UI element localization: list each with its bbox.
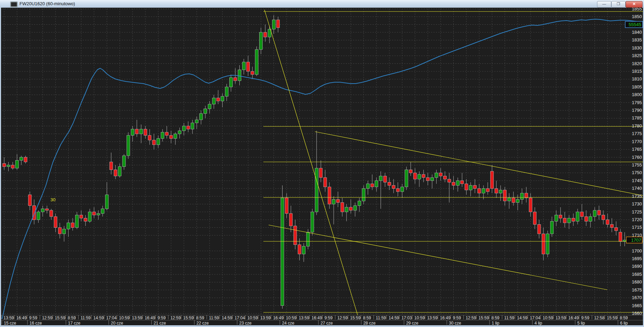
candle-down (169, 135, 173, 139)
time-axis-label: 10:59 (119, 316, 129, 320)
candle-down (597, 210, 601, 215)
candle-down (439, 173, 442, 176)
title-bar[interactable]: FW20U1620 (60-minutowo) — ❐ ✕ (0, 0, 644, 8)
candle-down (58, 227, 61, 234)
steep-downtrend-line[interactable] (264, 10, 358, 315)
time-axis-label: 8:59 (620, 316, 628, 320)
candle-down (409, 170, 412, 173)
date-axis-label: 22 cze (197, 321, 209, 325)
candle-up (97, 213, 100, 215)
candle-down (614, 227, 618, 231)
price-tick-label: 1740 (632, 186, 642, 191)
close-button[interactable]: ✕ (626, 1, 643, 8)
candle-down (495, 188, 498, 193)
time-axis-label: 17:03 (401, 316, 412, 320)
candle-down (413, 173, 416, 179)
candle-down (392, 185, 395, 188)
candle-up (366, 184, 369, 188)
time-axis-label: 14:59 (389, 316, 399, 320)
candle-up (101, 209, 104, 213)
candle-up (260, 32, 263, 49)
candle-down (572, 218, 575, 221)
candle-up (520, 193, 524, 200)
price-tick-label: 1720 (632, 217, 642, 222)
candle-down (114, 170, 117, 176)
candle-up (593, 210, 596, 217)
price-tick-label: 1830 (632, 45, 642, 50)
candle-down (474, 185, 477, 188)
price-tick-label: 1835 (632, 37, 642, 42)
candle-up (118, 166, 121, 176)
candle-down (54, 217, 57, 227)
price-chart-canvas[interactable]: 3018551850184018351830182518201815181018… (0, 8, 644, 325)
candle-down (525, 193, 528, 198)
time-axis-label: 13:59 (260, 316, 271, 320)
candle-up (482, 188, 485, 193)
time-axis-label: 16:49 (440, 316, 451, 320)
price-tick-label: 1755 (632, 162, 642, 168)
candle-down (606, 220, 609, 224)
candle-up (20, 157, 23, 161)
date-axis-label: 21 cze (154, 321, 166, 325)
price-tick-label: 1695 (632, 256, 642, 261)
date-axis-label: 29 cze (406, 321, 419, 325)
time-axis-label: 10:59 (543, 316, 553, 320)
time-axis-label: 17:04 (234, 316, 245, 320)
time-axis-label: 9:59 (29, 316, 38, 320)
candle-up (550, 221, 554, 234)
window-title: FW20U1620 (60-minutowo) (19, 1, 75, 6)
candle-down (542, 234, 545, 254)
window-border-bottom (0, 325, 644, 327)
price-tick-label: 1700 (632, 248, 642, 254)
candle-up (311, 212, 314, 232)
time-axis-label: 12:59 (337, 316, 348, 320)
candle-down (585, 217, 588, 221)
time-axis-label: 15:59 (55, 316, 65, 320)
candle-down (285, 198, 288, 213)
candle-down (512, 198, 515, 202)
candle-down (144, 129, 147, 135)
time-axis-label: 13:59 (299, 316, 309, 320)
candle-up (589, 217, 592, 221)
candle-down (28, 195, 31, 205)
candle-up (140, 129, 143, 134)
candle-down (84, 218, 87, 221)
candle-up (7, 165, 10, 166)
minimize-icon: — (602, 2, 606, 6)
price-tick-label: 1790 (632, 108, 642, 113)
candle-up (178, 131, 181, 134)
candle-up (195, 120, 198, 123)
candle-up (302, 246, 305, 254)
candle-up (122, 156, 126, 166)
date-axis-label: 4 lip (534, 321, 542, 325)
close-icon: ✕ (633, 2, 636, 6)
candle-down (319, 168, 323, 178)
price-tick-label: 1685 (632, 272, 642, 277)
candle-down (277, 20, 280, 28)
candle-up (221, 96, 224, 101)
date-axis-label: 28 cze (363, 321, 376, 325)
candle-down (165, 132, 168, 135)
date-axis-label: 16 cze (30, 321, 42, 325)
candle-up (418, 174, 421, 179)
date-axis-label: 15 cze (4, 321, 16, 325)
minimize-button[interactable]: — (597, 1, 611, 8)
candle-down (529, 198, 532, 212)
candlestick-chart[interactable]: 3018551850184018351830182518201815181018… (0, 8, 644, 325)
candle-down (294, 226, 297, 245)
candle-down (619, 232, 622, 242)
price-tick-label: 1770 (632, 139, 642, 144)
candle-down (24, 157, 27, 162)
candle-up (358, 201, 361, 205)
candle-up (41, 209, 44, 212)
time-axis-label: 13:59 (556, 316, 566, 320)
restore-button[interactable]: ❐ (611, 1, 626, 8)
candle-down (264, 32, 267, 37)
candle-down (461, 181, 464, 184)
candle-down (324, 178, 327, 187)
candle-up (67, 223, 70, 229)
candle-down (135, 129, 138, 134)
date-axis-label: 24 cze (282, 321, 295, 325)
candle-down (251, 71, 254, 75)
candle-down (336, 200, 340, 203)
